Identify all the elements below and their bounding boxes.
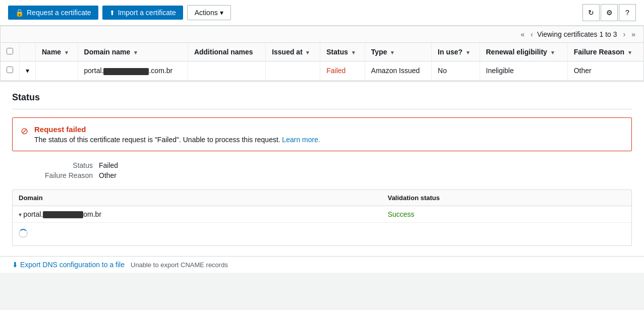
settings-icon: ⚙ [606,9,613,17]
failure-reason-label: Failure Reason [12,171,93,179]
col-issued-sort-icon: ▾ [306,49,309,55]
col-failure-reason[interactable]: Failure Reason ▾ [567,43,643,61]
col-renewal-label: Renewal eligibility [486,48,547,56]
domain-table-header: Domain Validation status [13,190,631,206]
row-renewal-value: Ineligible [486,67,514,75]
col-type[interactable]: Type ▾ [365,43,431,61]
spinner-row [13,223,631,246]
col-in-use-label: In use? [438,48,462,56]
domain-suffix: .com.br [149,67,172,75]
domain-row-arrow[interactable]: ▾ [19,211,23,218]
domain-redacted-2 [43,211,83,218]
import-icon: ⬆ [109,9,115,17]
status-section-title: Status [12,92,632,109]
actions-label: Actions [195,9,218,17]
import-certificate-button[interactable]: ⬆ Import a certificate [102,6,183,20]
alert-body: The status of this certificate request i… [34,136,320,144]
status-details: Status Failed Failure Reason Other [12,161,632,179]
row-type-cell: Amazon Issued [365,61,431,81]
col-status-label: Status [326,48,348,56]
row-checkbox[interactable] [7,67,13,73]
table-header-row: Name ▾ Domain name ▾ Additional names Is… [1,43,643,61]
toolbar: 🔒 Request a certificate ⬆ Import a certi… [0,0,644,26]
validation-status-cell: Success [382,206,631,223]
import-certificate-label: Import a certificate [118,9,176,17]
col-status[interactable]: Status ▾ [320,43,365,61]
certificates-table-container: « ‹ Viewing certificates 1 to 3 › » Name… [0,26,644,81]
col-renewal-sort-icon: ▾ [551,49,554,55]
status-label: Status [12,161,93,169]
select-all-checkbox[interactable] [7,48,13,54]
validation-col-header: Validation status [382,190,631,206]
col-domain-name-label: Domain name [84,48,131,56]
col-in-use-sort-icon: ▾ [466,49,470,55]
domain-validation-table: Domain Validation status ▾ portal.om.br … [13,190,631,246]
row-name-cell [36,61,78,81]
actions-button[interactable]: Actions ▾ [187,5,231,20]
pagination-next-button[interactable]: › [621,29,628,39]
col-name[interactable]: Name ▾ [36,43,78,61]
row-expand-cell[interactable]: ▾ [20,61,36,81]
pagination-first-button[interactable]: « [519,29,527,39]
domain-text: portal. [84,67,104,75]
domain-validation-table-wrap: Domain Validation status ▾ portal.om.br … [12,190,632,246]
certificates-table: Name ▾ Domain name ▾ Additional names Is… [1,43,643,81]
col-in-use[interactable]: In use? ▾ [432,43,480,61]
status-failed-badge: Failed [326,67,345,75]
request-certificate-button[interactable]: 🔒 Request a certificate [8,6,98,20]
domain-name-text: portal. [23,210,43,218]
row-issued-at-cell [266,61,320,81]
alert-title: Request failed [34,125,320,134]
col-issued-at[interactable]: Issued at ▾ [266,43,320,61]
user-button[interactable]: ? [619,4,636,21]
learn-more-text: Learn more. [282,136,320,144]
footer-bar: ⬇ Export DNS configuration to a file Una… [0,256,644,273]
status-value: Failed [99,161,632,169]
domain-redacted [103,68,149,75]
col-status-sort-icon: ▾ [352,49,355,55]
col-issued-at-label: Issued at [272,48,303,56]
row-type-value: Amazon Issued [371,67,420,75]
row-domain-cell: portal..com.br [78,61,188,81]
export-link-text: Export DNS configuration to a file [20,261,125,269]
col-failure-sort-icon: ▾ [628,49,631,55]
refresh-icon: ↻ [588,9,594,17]
toolbar-right: ↻ ⚙ ? [582,4,636,21]
certificate-icon: 🔒 [15,9,24,17]
pagination-prev-button[interactable]: ‹ [529,29,535,39]
actions-chevron-icon: ▾ [220,9,223,17]
failure-reason-value: Other [99,171,632,179]
col-type-sort-icon: ▾ [391,49,394,55]
domain-col-header: Domain [13,190,382,206]
col-name-sort-icon: ▾ [65,49,68,55]
row-failure-value: Other [574,67,592,75]
download-icon: ⬇ [12,261,18,269]
domain-table-row: ▾ portal.om.br Success [13,206,631,223]
pagination-last-button[interactable]: » [629,29,637,39]
pagination-bar: « ‹ Viewing certificates 1 to 3 › » [1,26,643,43]
col-additional-names: Additional names [188,43,265,61]
row-in-use-cell: No [432,61,480,81]
error-alert-icon: ⊘ [21,126,28,137]
refresh-button[interactable]: ↻ [582,4,600,21]
row-additional-names-cell [188,61,265,81]
loading-spinner [19,229,28,238]
col-additional-names-label: Additional names [194,48,253,56]
col-type-label: Type [371,48,387,56]
domain-cell: ▾ portal.om.br [13,206,382,223]
select-all-header [1,43,20,61]
export-dns-link[interactable]: ⬇ Export DNS configuration to a file [12,261,125,269]
row-expand-icon[interactable]: ▾ [26,67,29,75]
col-domain-name[interactable]: Domain name ▾ [78,43,188,61]
learn-more-link[interactable]: Learn more. [282,136,320,144]
col-renewal[interactable]: Renewal eligibility ▾ [480,43,567,61]
expand-col-header [20,43,36,61]
col-domain-sort-icon: ▾ [134,49,137,55]
request-certificate-label: Request a certificate [27,9,91,17]
settings-button[interactable]: ⚙ [601,4,618,21]
row-checkbox-cell [1,61,20,81]
domain-suffix-2: om.br [83,210,101,218]
error-alert: ⊘ Request failed The status of this cert… [12,117,632,151]
spinner-cell [13,223,631,246]
table-row: ▾ portal..com.br Failed Amazon Issued No [1,61,643,81]
